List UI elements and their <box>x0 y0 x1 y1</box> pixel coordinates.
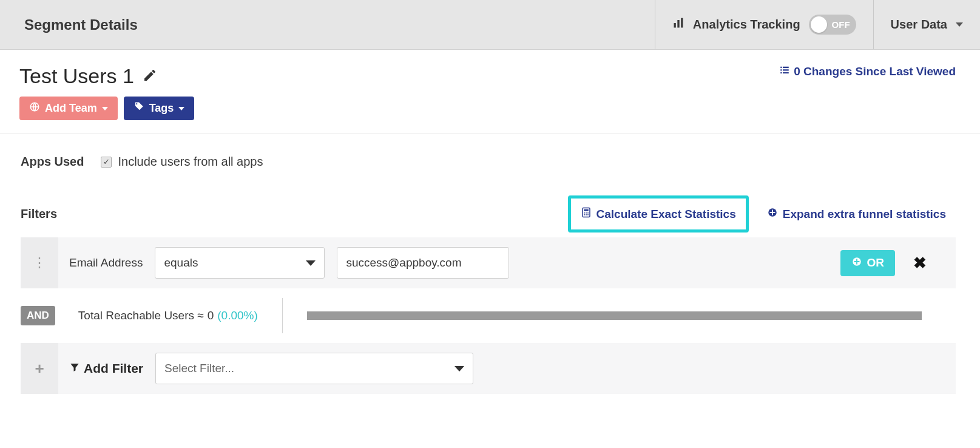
segment-name-wrap: Test Users 1 <box>19 64 157 88</box>
select-filter-placeholder: Select Filter... <box>164 362 234 375</box>
add-filter-text: Add Filter <box>84 361 143 376</box>
expand-funnel-statistics-link[interactable]: Expand extra funnel statistics <box>757 199 956 229</box>
add-filter-plus-button[interactable]: + <box>21 343 58 394</box>
svg-rect-0 <box>674 23 675 28</box>
checkbox-icon: ✓ <box>101 157 112 168</box>
plus-circle-icon <box>851 256 862 270</box>
svg-point-13 <box>586 212 587 214</box>
calculate-exact-statistics-link[interactable]: Calculate Exact Statistics <box>568 195 749 232</box>
svg-point-15 <box>584 214 585 216</box>
filter-field-label: Email Address <box>69 256 143 270</box>
filter-value-input[interactable] <box>337 247 509 279</box>
svg-rect-4 <box>783 67 789 68</box>
toggle-state-label: OFF <box>832 19 850 30</box>
filters-header: Filters Calculate Exact Statistics Expan… <box>0 195 980 237</box>
filter-actions: OR ✖ <box>840 250 945 276</box>
caret-down-icon <box>306 260 316 266</box>
svg-rect-11 <box>584 209 589 211</box>
apps-used-row: Apps Used ✓ Include users from all apps <box>0 134 980 195</box>
toggle-knob <box>811 16 827 33</box>
list-icon <box>779 64 790 78</box>
and-badge: AND <box>21 306 55 325</box>
include-all-label: Include users from all apps <box>118 155 263 169</box>
reachable-users-text: Total Reachable Users ≈ 0 (0.00%) <box>67 309 258 322</box>
changes-text: 0 Changes Since Last Viewed <box>794 65 956 78</box>
svg-rect-2 <box>681 18 683 28</box>
add-filter-label: Add Filter <box>69 361 143 376</box>
or-button[interactable]: OR <box>840 250 896 276</box>
filter-operator-select[interactable]: equals <box>155 247 325 279</box>
svg-rect-8 <box>783 72 789 73</box>
funnel-icon <box>69 361 80 376</box>
svg-rect-1 <box>677 20 679 28</box>
changes-since-viewed-link[interactable]: 0 Changes Since Last Viewed <box>779 64 956 78</box>
svg-rect-7 <box>780 72 782 73</box>
add-filter-body: Add Filter Select Filter... <box>58 353 956 384</box>
tags-label: Tags <box>149 102 174 115</box>
reach-progress-bar <box>307 311 922 320</box>
reach-prefix: Total Reachable Users ≈ <box>78 309 204 322</box>
svg-rect-3 <box>780 67 782 68</box>
expand-stats-label: Expand extra funnel statistics <box>783 208 946 221</box>
caret-down-icon <box>102 107 108 110</box>
svg-rect-5 <box>780 69 782 70</box>
globe-icon <box>29 101 40 115</box>
svg-point-14 <box>587 212 589 214</box>
reach-row: AND Total Reachable Users ≈ 0 (0.00%) <box>21 298 956 333</box>
header-right: Analytics Tracking OFF User Data <box>655 0 980 49</box>
chevron-down-icon <box>956 22 963 27</box>
filters-links: Calculate Exact Statistics Expand extra … <box>568 195 956 232</box>
plus-circle-icon <box>767 207 778 221</box>
edit-name-button[interactable] <box>143 68 157 85</box>
reach-pct: (0.00%) <box>217 309 258 322</box>
select-filter-dropdown[interactable]: Select Filter... <box>155 353 473 384</box>
calc-stats-label: Calculate Exact Statistics <box>596 208 736 221</box>
filters-label: Filters <box>21 207 57 221</box>
apps-used-label: Apps Used <box>21 155 84 169</box>
svg-point-16 <box>586 214 587 216</box>
svg-point-12 <box>584 212 585 214</box>
analytics-label: Analytics Tracking <box>693 18 800 32</box>
vertical-divider <box>282 298 283 333</box>
operator-value: equals <box>164 256 198 270</box>
caret-down-icon <box>455 366 464 372</box>
segment-name: Test Users 1 <box>19 64 134 88</box>
tags-button[interactable]: Tags <box>124 97 195 120</box>
include-all-apps-checkbox[interactable]: ✓ Include users from all apps <box>101 155 263 169</box>
analytics-toggle[interactable]: OFF <box>809 15 856 35</box>
user-data-label: User Data <box>891 18 947 32</box>
calculator-icon <box>581 207 592 221</box>
header-bar: Segment Details Analytics Tracking OFF U… <box>0 0 980 50</box>
tag-icon <box>133 101 144 115</box>
filter-row: ⋮ Email Address equals OR ✖ <box>21 237 956 288</box>
filter-body: Email Address equals OR ✖ <box>58 247 956 279</box>
user-data-dropdown[interactable]: User Data <box>873 0 980 49</box>
add-team-label: Add Team <box>45 102 97 115</box>
remove-filter-button[interactable]: ✖ <box>913 254 927 273</box>
or-label: OR <box>867 256 885 270</box>
caret-down-icon <box>178 107 184 110</box>
title-row: Test Users 1 0 Changes Since Last Viewed <box>0 50 980 88</box>
reach-count: 0 <box>208 309 214 322</box>
drag-handle[interactable]: ⋮ <box>21 237 58 288</box>
segment-actions-row: Add Team Tags <box>0 88 980 134</box>
add-filter-row: + Add Filter Select Filter... <box>21 343 956 394</box>
svg-point-17 <box>587 214 589 216</box>
svg-rect-6 <box>783 69 789 70</box>
analytics-tracking-toggle-cell[interactable]: Analytics Tracking OFF <box>655 0 873 49</box>
add-team-button[interactable]: Add Team <box>19 97 118 120</box>
page-title: Segment Details <box>0 16 138 33</box>
bar-chart-icon <box>672 17 684 32</box>
